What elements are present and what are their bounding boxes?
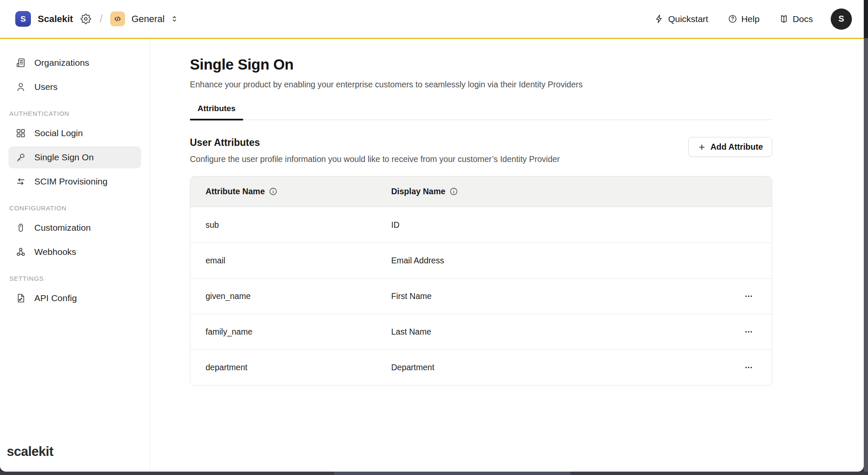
display-name-cell: Email Address <box>391 256 731 265</box>
app-window: S Scalekit / General <box>0 0 864 472</box>
page-title: Single Sign On <box>190 56 772 73</box>
sidebar-item-label: SCIM Provisioning <box>34 176 108 187</box>
sidebar-item-label: Webhooks <box>34 247 76 257</box>
workspace-logo[interactable]: S <box>15 11 31 27</box>
table-row: email Email Address <box>190 243 772 278</box>
display-name-cell: ID <box>391 220 731 230</box>
info-icon[interactable] <box>269 187 278 196</box>
organizations-icon <box>15 57 26 68</box>
help-button[interactable]: Help <box>728 14 760 24</box>
sidebar-item-social-login[interactable]: Social Login <box>8 122 141 144</box>
sidebar-item-label: Organizations <box>34 58 89 68</box>
section-description: Configure the user profile information y… <box>190 154 560 164</box>
environment-name[interactable]: General <box>131 14 164 25</box>
desktop-edge-right-top <box>864 0 868 38</box>
sidebar-item-label: Customization <box>34 223 91 233</box>
row-menu-ellipsis-icon[interactable] <box>743 290 755 302</box>
main-content: Single Sign On Enhance your product by e… <box>150 39 864 470</box>
api-config-file-icon <box>15 293 26 304</box>
lightning-bolt-icon <box>654 14 664 24</box>
add-attribute-button[interactable]: Add Attribute <box>688 137 772 157</box>
sidebar-item-webhooks[interactable]: Webhooks <box>8 241 141 263</box>
display-name-cell: Last Name <box>391 327 731 337</box>
sidebar-section-settings: SETTINGS <box>9 275 141 282</box>
open-book-icon <box>779 14 789 24</box>
table-row: department Department <box>190 349 772 385</box>
sidebar-item-scim-provisioning[interactable]: SCIM Provisioning <box>8 170 141 193</box>
attribute-name-cell: family_name <box>190 327 391 337</box>
desktop-edge-bottom-highlight <box>334 472 570 475</box>
tab-attributes[interactable]: Attributes <box>190 104 243 120</box>
sidebar-item-label: Single Sign On <box>34 152 94 162</box>
page-subtitle: Enhance your product by enabling your en… <box>190 80 772 89</box>
plus-icon <box>698 143 706 151</box>
tab-bar: Attributes <box>190 104 772 120</box>
sidebar-item-users[interactable]: Users <box>8 76 141 98</box>
info-icon[interactable] <box>449 187 458 196</box>
sidebar-item-customization[interactable]: Customization <box>8 217 141 239</box>
quickstart-button[interactable]: Quickstart <box>654 14 708 24</box>
webhooks-icon <box>15 246 26 257</box>
sidebar: Organizations Users AUTHENTICATION Socia… <box>0 39 150 470</box>
table-row: given_name First Name <box>190 278 772 314</box>
docs-button[interactable]: Docs <box>779 14 813 24</box>
sidebar-item-single-sign-on[interactable]: Single Sign On <box>8 146 141 168</box>
user-attributes-table: Attribute Name Display Name <box>190 176 772 386</box>
sidebar-item-organizations[interactable]: Organizations <box>8 52 141 74</box>
users-icon <box>15 81 26 92</box>
section-heading: User Attributes <box>190 137 560 148</box>
scim-sync-arrows-icon <box>15 176 26 187</box>
table-row: sub ID <box>190 207 772 243</box>
breadcrumb-separator: / <box>100 13 103 25</box>
social-login-grid-icon <box>15 128 26 139</box>
scalekit-wordmark: scalekit <box>7 444 53 459</box>
workspace-settings-gear-icon[interactable] <box>81 14 91 24</box>
sidebar-item-label: Users <box>34 82 58 92</box>
column-header-attribute-name: Attribute Name <box>190 187 391 196</box>
environment-chip[interactable] <box>110 11 125 26</box>
sso-key-icon <box>15 152 26 163</box>
desktop-edge-right <box>864 38 868 475</box>
top-bar: S Scalekit / General <box>0 0 864 39</box>
attribute-name-cell: department <box>190 363 391 372</box>
attribute-name-cell: sub <box>190 220 391 230</box>
row-menu-ellipsis-icon[interactable] <box>743 361 755 374</box>
display-name-cell: Department <box>391 363 731 372</box>
help-circle-icon <box>728 14 737 24</box>
sidebar-item-api-config[interactable]: API Config <box>8 287 141 309</box>
row-menu-ellipsis-icon[interactable] <box>743 326 755 338</box>
sidebar-section-configuration: CONFIGURATION <box>9 204 141 212</box>
environment-switcher-chevrons-icon[interactable] <box>170 14 179 23</box>
sidebar-item-label: Social Login <box>34 128 83 138</box>
attribute-name-cell: given_name <box>190 291 391 301</box>
attribute-name-cell: email <box>190 256 391 265</box>
workspace-name: Scalekit <box>38 14 73 25</box>
user-avatar[interactable]: S <box>831 8 852 30</box>
table-header-row: Attribute Name Display Name <box>190 176 772 207</box>
display-name-cell: First Name <box>391 291 731 301</box>
customization-icon <box>15 222 26 233</box>
sidebar-section-authentication: AUTHENTICATION <box>9 110 141 117</box>
table-row: family_name Last Name <box>190 314 772 349</box>
column-header-display-name: Display Name <box>391 187 731 196</box>
code-icon <box>113 14 122 24</box>
sidebar-item-label: API Config <box>34 293 77 303</box>
